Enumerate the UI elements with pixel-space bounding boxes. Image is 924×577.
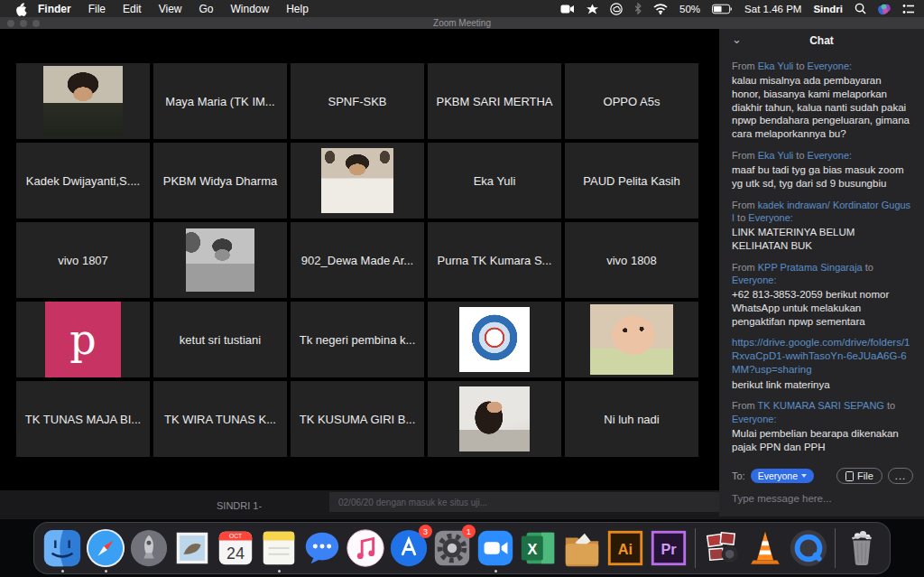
participant-video-school-emblem <box>459 307 530 372</box>
running-indicator <box>494 570 497 572</box>
participant-tile[interactable]: PKBM SARI MERTHA <box>428 63 561 139</box>
participant-tile[interactable]: TK WIRA TUNAS K... <box>153 381 287 457</box>
desktop: OCT2431XAiPrQ <box>0 519 924 577</box>
participant-tile[interactable] <box>428 302 561 377</box>
spotlight-icon[interactable] <box>855 3 866 14</box>
chat-message: From TK KUMARA SARI SEPANG to Everyone:M… <box>732 399 911 453</box>
dock-icon-zoom[interactable] <box>475 527 516 569</box>
chat-message-header: From TK KUMARA SARI SEPANG to Everyone: <box>732 399 911 425</box>
bluetooth-icon[interactable] <box>634 3 642 14</box>
participant-name: ketut sri tustiani <box>174 333 266 347</box>
more-button[interactable]: ... <box>888 468 913 484</box>
recipient-dropdown[interactable]: Everyone <box>751 469 814 483</box>
participant-tile[interactable] <box>153 222 287 298</box>
running-indicator <box>278 570 281 572</box>
dock-icon-premiere[interactable]: Pr <box>648 527 689 569</box>
menu-item-view[interactable]: View <box>159 3 182 15</box>
antivirus-status-icon[interactable] <box>587 4 598 14</box>
participant-name: Eka Yuli <box>468 174 522 188</box>
menu-item-edit[interactable]: Edit <box>123 3 142 15</box>
participant-video-man-grayscale <box>186 228 254 292</box>
chat-message: From Eka Yuli to Everyone:maaf bu tadi t… <box>732 149 911 191</box>
message-input[interactable]: Type message here... <box>732 493 913 504</box>
dock-icon-notes[interactable] <box>258 527 300 569</box>
participant-tile[interactable]: p <box>16 302 150 377</box>
recipient-value: Everyone <box>758 470 798 481</box>
dock-icon-finder[interactable] <box>42 527 83 569</box>
dock-icon-launchpad[interactable] <box>128 527 170 569</box>
participant-tile[interactable] <box>565 302 698 377</box>
apple-menu-icon[interactable] <box>14 2 27 15</box>
chat-link[interactable]: https://drive.google.com/drive/folders/1… <box>732 336 911 376</box>
participant-tile[interactable]: vivo 1807 <box>16 222 150 298</box>
menu-item-help[interactable]: Help <box>286 3 309 15</box>
participant-name: vivo 1807 <box>52 254 114 267</box>
participant-name: Purna TK Kumara S... <box>432 254 558 267</box>
svg-text:OCT: OCT <box>229 533 242 539</box>
participant-name: OPPO A5s <box>598 95 666 108</box>
participant-tile[interactable]: ketut sri tustiani <box>153 302 287 377</box>
chat-message-body: berikut link materinya <box>732 378 911 392</box>
participant-tile[interactable]: PAUD Pelita Kasih <box>565 143 698 219</box>
participant-avatar: p <box>45 302 121 377</box>
dock-icon-calendar[interactable]: OCT24 <box>215 527 256 569</box>
chat-message: From Eka Yuli to Everyone:kalau misalnya… <box>732 60 911 141</box>
file-button[interactable]: File <box>836 468 882 484</box>
participant-tile[interactable]: PKBM Widya Dharma <box>153 143 287 219</box>
dock-icon-excel[interactable]: X <box>518 527 559 569</box>
menu-clock[interactable]: Sat 1.46 PM <box>744 4 801 14</box>
participant-tile[interactable]: vivo 1808 <box>565 222 698 298</box>
notification-center-icon[interactable] <box>902 4 915 14</box>
user-menu[interactable]: Sindri <box>813 4 843 14</box>
dock-icon-illustrator[interactable]: Ai <box>605 527 646 569</box>
dock-icon-quicktime[interactable]: Q <box>788 527 829 569</box>
participant-tile[interactable]: TK TUNAS MAJA BI... <box>16 381 150 457</box>
participant-tile[interactable]: Eka Yuli <box>428 143 561 219</box>
chat-title: Chat <box>809 34 834 47</box>
dock-icon-messages[interactable] <box>301 527 343 569</box>
chat-header: ⌄ Chat <box>719 29 924 52</box>
zoom-status-icon[interactable] <box>560 4 575 14</box>
participant-tile[interactable]: SPNF-SKB <box>291 63 424 139</box>
creative-cloud-icon[interactable] <box>610 3 623 15</box>
video-grid: Maya Maria (TK IM...SPNF-SKBPKBM SARI ME… <box>16 63 698 457</box>
dock-icon-safari[interactable] <box>85 527 126 569</box>
chat-message-body: +62 813-3853-2059 berikut nomor WhatsApp… <box>732 288 911 328</box>
participant-video-woman-selfie <box>43 66 123 136</box>
menu-items: FinderFileEditViewGoWindowHelp <box>38 3 326 15</box>
menu-item-file[interactable]: File <box>88 3 106 15</box>
dock-icon-photo-booth[interactable] <box>701 527 743 569</box>
dock-icon-itunes[interactable] <box>345 527 386 569</box>
participant-tile[interactable] <box>428 381 561 457</box>
menu-item-go[interactable]: Go <box>199 3 214 15</box>
menu-item-window[interactable]: Window <box>231 3 270 15</box>
menu-item-finder[interactable]: Finder <box>38 3 71 15</box>
participant-tile[interactable]: OPPO A5s <box>565 63 698 139</box>
participant-tile[interactable]: Maya Maria (TK IM... <box>153 63 287 139</box>
participant-tile[interactable]: TK KUSUMA GIRI B... <box>291 381 424 457</box>
participant-name: Tk negeri pembina k... <box>294 333 421 347</box>
dock-icon-downloads[interactable] <box>561 527 603 569</box>
participant-tile[interactable]: 902_Dewa Made Ar... <box>291 222 424 298</box>
participant-tile[interactable] <box>291 143 424 219</box>
wifi-icon[interactable] <box>653 4 668 14</box>
dock-icon-app-store[interactable]: 3 <box>388 527 430 569</box>
participant-name: TK TUNAS MAJA BI... <box>20 413 146 426</box>
participant-name: vivo 1808 <box>601 254 662 267</box>
chevron-down-icon[interactable]: ⌄ <box>732 33 742 46</box>
participant-tile[interactable]: Ni luh nadi <box>565 381 698 457</box>
caret-down-icon <box>801 474 807 478</box>
running-indicator <box>61 570 64 572</box>
dock-icon-trash[interactable] <box>841 527 882 569</box>
participant-tile[interactable] <box>16 63 150 139</box>
dock-icon-vlc[interactable] <box>744 527 786 569</box>
notification-badge: 3 <box>419 525 432 538</box>
chat-message-header: From KPP Pratama Singaraja to Everyone: <box>732 261 911 287</box>
participant-tile[interactable]: Tk negeri pembina k... <box>291 302 424 377</box>
dock-icon-preferences[interactable]: 1 <box>431 527 473 569</box>
battery-icon[interactable] <box>712 4 733 14</box>
siri-icon[interactable] <box>878 3 891 15</box>
participant-tile[interactable]: Purna TK Kumara S... <box>428 222 561 298</box>
participant-tile[interactable]: Kadek Dwijayanti,S.... <box>16 143 150 219</box>
dock-icon-mail[interactable] <box>171 527 213 569</box>
